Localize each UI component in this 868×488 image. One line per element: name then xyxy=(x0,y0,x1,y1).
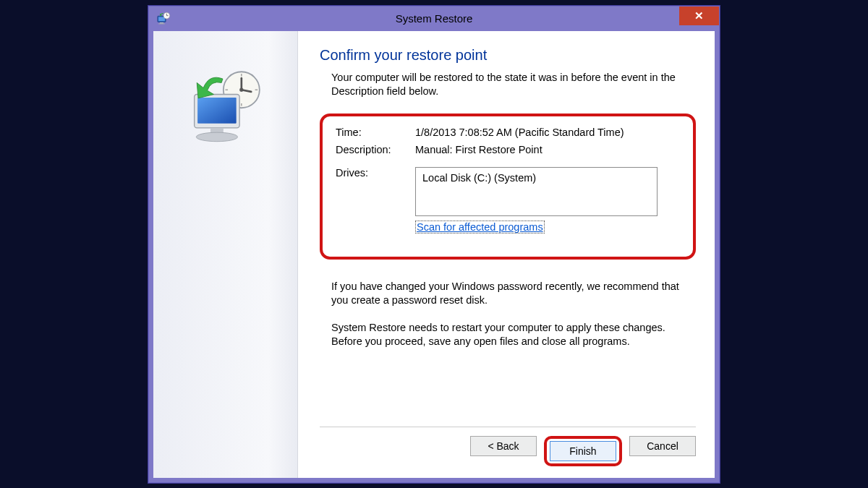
description-row: Description: Manual: First Restore Point xyxy=(336,144,680,155)
close-button[interactable]: ✕ xyxy=(679,7,719,25)
restore-illustration-icon xyxy=(180,67,271,158)
system-restore-icon xyxy=(156,12,171,26)
drives-listbox[interactable]: Local Disk (C:) (System) xyxy=(415,167,658,216)
scan-affected-programs-link[interactable]: Scan for affected programs xyxy=(415,221,545,234)
drive-item: Local Disk (C:) (System) xyxy=(422,172,536,184)
svg-rect-3 xyxy=(158,23,165,24)
close-icon: ✕ xyxy=(694,9,704,22)
intro-text: Your computer will be restored to the st… xyxy=(331,71,696,99)
system-restore-window: System Restore ✕ xyxy=(148,6,720,483)
wizard-sidebar xyxy=(153,31,298,478)
time-value: 1/8/2013 7:08:52 AM (Pacific Standard Ti… xyxy=(415,127,680,138)
restore-details-highlight: Time: 1/8/2013 7:08:52 AM (Pacific Stand… xyxy=(320,114,696,260)
time-label: Time: xyxy=(336,127,415,138)
back-button[interactable]: < Back xyxy=(470,436,537,456)
password-note: If you have changed your Windows passwor… xyxy=(331,280,696,308)
page-heading: Confirm your restore point xyxy=(320,47,696,64)
finish-highlight: Finish xyxy=(544,436,622,466)
description-label: Description: xyxy=(336,144,415,155)
drives-row: Drives: Local Disk (C:) (System) Scan fo… xyxy=(336,167,680,234)
finish-button[interactable]: Finish xyxy=(550,441,616,461)
window-body: Confirm your restore point Your computer… xyxy=(149,31,719,482)
time-row: Time: 1/8/2013 7:08:52 AM (Pacific Stand… xyxy=(336,127,680,138)
wizard-footer: < Back Finish Cancel xyxy=(320,427,696,471)
cancel-button[interactable]: Cancel xyxy=(629,436,696,456)
wizard-main: Confirm your restore point Your computer… xyxy=(298,31,715,478)
description-value: Manual: First Restore Point xyxy=(415,144,680,155)
titlebar: System Restore ✕ xyxy=(149,7,719,31)
svg-point-18 xyxy=(196,132,237,142)
restart-note: System Restore needs to restart your com… xyxy=(331,321,696,349)
svg-rect-2 xyxy=(160,22,163,23)
window-title: System Restore xyxy=(149,12,719,25)
drives-label: Drives: xyxy=(336,167,415,179)
svg-rect-16 xyxy=(197,97,237,123)
